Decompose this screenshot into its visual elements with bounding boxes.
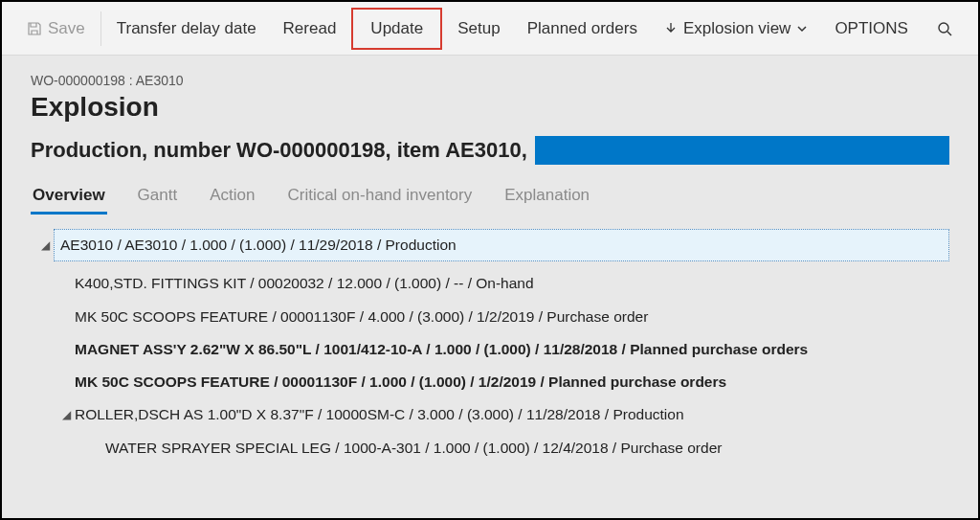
collapse-caret-icon[interactable]: ◢ — [57, 406, 75, 423]
update-label: Update — [370, 19, 423, 38]
page-title: Explosion — [31, 92, 949, 123]
tab-critical[interactable]: Critical on-hand inventory — [285, 180, 474, 215]
explosion-view-label: Explosion view — [683, 19, 791, 38]
collapse-caret-icon[interactable]: ◢ — [36, 237, 54, 254]
options-label: OPTIONS — [835, 19, 908, 38]
save-label: Save — [48, 19, 85, 38]
reread-button[interactable]: Reread — [270, 2, 350, 56]
setup-label: Setup — [457, 19, 500, 38]
tree-row-text: K400,STD. FITTINGS KIT / 00020032 / 12.0… — [75, 272, 534, 294]
tree-row[interactable]: MAGNET ASS'Y 2.62"W X 86.50"L / 1001/412… — [31, 333, 949, 366]
tab-gantt[interactable]: Gantt — [136, 180, 180, 215]
breadcrumb: WO-000000198 : AE3010 — [31, 73, 949, 88]
transfer-delay-label: Transfer delay date — [117, 19, 256, 38]
tree-view: ◢AE3010 / AE3010 / 1.000 / (1.000) / 11/… — [31, 224, 949, 464]
tree-row-text: MK 50C SCOOPS FEATURE / 00001130F / 4.00… — [75, 305, 648, 328]
toolbar: Save Transfer delay date Reread Update S… — [2, 2, 978, 56]
tab-action[interactable]: Action — [208, 180, 256, 215]
tab-overview[interactable]: Overview — [31, 180, 107, 215]
chevron-down-icon — [796, 23, 808, 34]
svg-point-0 — [939, 23, 948, 33]
toolbar-separator — [100, 11, 101, 46]
search-icon — [936, 20, 953, 37]
tree-row[interactable]: WATER SPRAYER SPECIAL LEG / 1000-A-301 /… — [31, 432, 949, 464]
planned-orders-label: Planned orders — [527, 19, 637, 38]
subhead-text: Production, number WO-000000198, item AE… — [31, 138, 527, 163]
tabs: Overview Gantt Action Critical on-hand i… — [31, 180, 949, 215]
tree-row[interactable]: MK 50C SCOOPS FEATURE / 00001130F / 4.00… — [31, 301, 949, 333]
tree-row[interactable]: ◢AE3010 / AE3010 / 1.000 / (1.000) / 11/… — [31, 224, 949, 267]
search-button[interactable] — [923, 2, 967, 56]
download-icon — [664, 22, 678, 35]
reread-label: Reread — [283, 19, 337, 38]
tree-row-text: WATER SPRAYER SPECIAL LEG / 1000-A-301 /… — [105, 437, 722, 459]
save-button: Save — [13, 2, 99, 56]
setup-button[interactable]: Setup — [444, 2, 513, 56]
tab-explanation[interactable]: Explanation — [502, 180, 591, 215]
options-button[interactable]: OPTIONS — [821, 2, 922, 56]
svg-line-1 — [947, 32, 951, 35]
save-icon — [27, 21, 42, 36]
tree-row[interactable]: MK 50C SCOOPS FEATURE / 00001130F / 1.00… — [31, 366, 949, 398]
tree-row-text: ROLLER,DSCH AS 1.00"D X 8.37"F / 10000SM… — [75, 403, 684, 425]
tree-row-text: MK 50C SCOOPS FEATURE / 00001130F / 1.00… — [75, 371, 726, 393]
tree-row[interactable]: ◢ROLLER,DSCH AS 1.00"D X 8.37"F / 10000S… — [31, 398, 949, 431]
planned-orders-button[interactable]: Planned orders — [514, 2, 651, 56]
tree-row-text: MAGNET ASS'Y 2.62"W X 86.50"L / 1001/412… — [75, 338, 808, 360]
tree-row[interactable]: K400,STD. FITTINGS KIT / 00020032 / 12.0… — [31, 267, 949, 300]
highlight-strip — [535, 136, 949, 165]
subhead-row: Production, number WO-000000198, item AE… — [31, 136, 949, 165]
tree-row-text: AE3010 / AE3010 / 1.000 / (1.000) / 11/2… — [54, 229, 949, 261]
content-area: WO-000000198 : AE3010 Explosion Producti… — [2, 56, 978, 464]
update-button[interactable]: Update — [351, 8, 442, 50]
explosion-view-button[interactable]: Explosion view — [651, 2, 821, 56]
transfer-delay-button[interactable]: Transfer delay date — [103, 2, 270, 56]
